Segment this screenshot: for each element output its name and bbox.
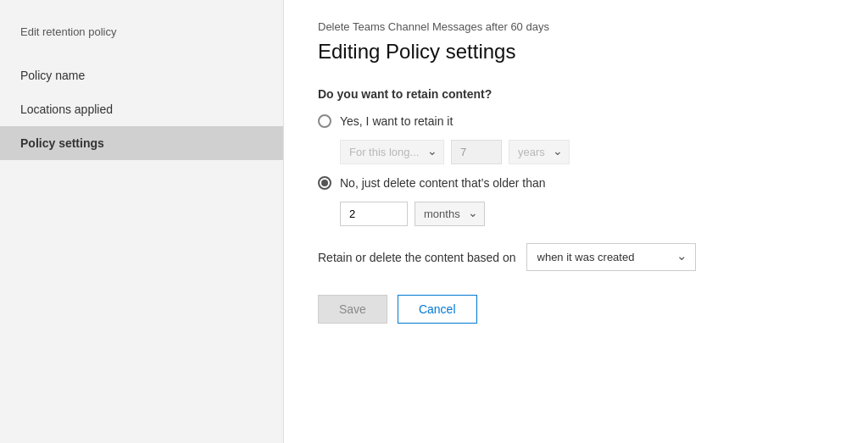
main-content: Delete Teams Channel Messages after 60 d… xyxy=(284,0,868,443)
duration-type-select[interactable]: For this long... xyxy=(340,140,444,164)
delete-duration-input[interactable] xyxy=(340,202,408,226)
retain-no-label: No, just delete content that’s older tha… xyxy=(340,176,546,190)
save-button[interactable]: Save xyxy=(318,295,387,324)
based-on-select[interactable]: when it was created when it was last mod… xyxy=(526,243,696,271)
retain-no-radio[interactable] xyxy=(318,176,331,190)
cancel-button[interactable]: Cancel xyxy=(398,295,477,324)
retain-yes-radio[interactable] xyxy=(318,114,331,128)
delete-unit-select-wrapper[interactable]: months days years xyxy=(415,202,485,226)
retain-unit-select-wrapper[interactable]: years xyxy=(509,140,570,164)
sidebar-title: Edit retention policy xyxy=(0,25,283,58)
based-on-select-wrapper[interactable]: when it was created when it was last mod… xyxy=(526,243,696,271)
retain-unit-select[interactable]: years xyxy=(509,140,570,164)
sidebar-item-locations-applied[interactable]: Locations applied xyxy=(0,92,283,126)
sidebar-item-policy-name[interactable]: Policy name xyxy=(0,58,283,92)
delete-unit-select[interactable]: months days years xyxy=(415,202,485,226)
retain-controls: For this long... years xyxy=(340,140,834,164)
based-on-row: Retain or delete the content based on wh… xyxy=(318,243,834,271)
page-title: Editing Policy settings xyxy=(318,40,834,64)
delete-controls: months days years xyxy=(340,202,834,226)
retain-duration-input[interactable] xyxy=(451,140,502,164)
retain-no-row: No, just delete content that’s older tha… xyxy=(318,176,834,190)
breadcrumb: Delete Teams Channel Messages after 60 d… xyxy=(318,20,834,33)
based-on-label: Retain or delete the content based on xyxy=(318,251,516,264)
duration-type-select-wrapper[interactable]: For this long... xyxy=(340,140,444,164)
sidebar: Edit retention policy Policy name Locati… xyxy=(0,0,284,443)
retain-yes-label: Yes, I want to retain it xyxy=(340,114,453,128)
sidebar-item-policy-settings[interactable]: Policy settings xyxy=(0,126,283,160)
retain-question: Do you want to retain content? xyxy=(318,87,834,101)
button-row: Save Cancel xyxy=(318,295,834,324)
retain-yes-row: Yes, I want to retain it xyxy=(318,114,834,128)
